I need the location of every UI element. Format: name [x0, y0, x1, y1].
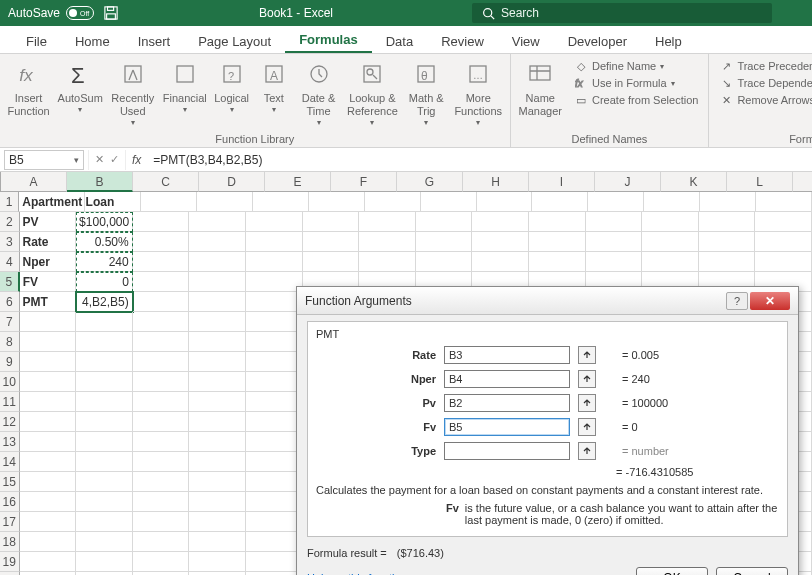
col-header-J[interactable]: J [595, 172, 661, 192]
cell-C5[interactable] [133, 272, 190, 292]
date-time-button[interactable]: Date & Time▾ [296, 56, 341, 130]
cell-B7[interactable] [76, 312, 133, 332]
cell-C2[interactable] [133, 212, 190, 232]
cancel-formula-icon[interactable]: ✕ [95, 153, 104, 166]
cell-B3[interactable]: 0.50% [76, 232, 133, 252]
row-header-2[interactable]: 2 [0, 212, 20, 232]
cell-N2[interactable] [755, 212, 812, 232]
cell-A2[interactable]: PV [20, 212, 77, 232]
cell-A18[interactable] [20, 532, 77, 552]
cell-A10[interactable] [20, 372, 77, 392]
arg-input-rate[interactable]: B3 [444, 346, 570, 364]
cell-E15[interactable] [246, 472, 303, 492]
cell-D5[interactable] [189, 272, 246, 292]
cell-D6[interactable] [189, 292, 246, 312]
row-header-19[interactable]: 19 [0, 552, 20, 572]
row-header-3[interactable]: 3 [0, 232, 20, 252]
cell-K1[interactable] [588, 192, 644, 212]
arg-input-pv[interactable]: B2 [444, 394, 570, 412]
cell-E17[interactable] [246, 512, 303, 532]
cell-J3[interactable] [529, 232, 586, 252]
tab-help[interactable]: Help [641, 30, 696, 53]
cell-D17[interactable] [189, 512, 246, 532]
cell-H1[interactable] [421, 192, 477, 212]
cell-K3[interactable] [586, 232, 643, 252]
autosum-button[interactable]: ΣAutoSum▾ [55, 56, 105, 117]
dialog-help-button[interactable]: ? [726, 292, 748, 310]
cell-M3[interactable] [699, 232, 756, 252]
cell-B12[interactable] [76, 412, 133, 432]
cell-C6[interactable] [133, 292, 190, 312]
cell-G2[interactable] [359, 212, 416, 232]
row-header-13[interactable]: 13 [0, 432, 20, 452]
cell-E9[interactable] [246, 352, 303, 372]
cell-A7[interactable] [20, 312, 77, 332]
cell-B1[interactable] [85, 192, 141, 212]
row-header-8[interactable]: 8 [0, 332, 20, 352]
cell-C8[interactable] [133, 332, 190, 352]
cell-F3[interactable] [303, 232, 360, 252]
cell-E13[interactable] [246, 432, 303, 452]
financial-button[interactable]: Financial▾ [160, 56, 209, 117]
cell-A4[interactable]: Nper [20, 252, 77, 272]
tab-file[interactable]: File [12, 30, 61, 53]
cell-L1[interactable] [644, 192, 700, 212]
row-header-16[interactable]: 16 [0, 492, 20, 512]
cell-B10[interactable] [76, 372, 133, 392]
cell-A12[interactable] [20, 412, 77, 432]
tab-review[interactable]: Review [427, 30, 498, 53]
cell-B14[interactable] [76, 452, 133, 472]
cell-E16[interactable] [246, 492, 303, 512]
use-in-formula-button[interactable]: fxUse in Formula▾ [572, 75, 700, 91]
cell-E18[interactable] [246, 532, 303, 552]
cell-E19[interactable] [246, 552, 303, 572]
collapse-dialog-icon[interactable] [578, 346, 596, 364]
cell-M2[interactable] [699, 212, 756, 232]
cell-G3[interactable] [359, 232, 416, 252]
row-header-5[interactable]: 5 [0, 272, 20, 292]
col-header-L[interactable]: L [727, 172, 793, 192]
cell-A5[interactable]: FV [20, 272, 77, 292]
cell-I1[interactable] [477, 192, 533, 212]
row-header-12[interactable]: 12 [0, 412, 20, 432]
cell-D19[interactable] [189, 552, 246, 572]
arg-input-fv[interactable]: B5 [444, 418, 570, 436]
cell-C13[interactable] [133, 432, 190, 452]
cell-A8[interactable] [20, 332, 77, 352]
cell-E8[interactable] [246, 332, 303, 352]
cell-B18[interactable] [76, 532, 133, 552]
cell-B15[interactable] [76, 472, 133, 492]
cell-C3[interactable] [133, 232, 190, 252]
cell-C9[interactable] [133, 352, 190, 372]
cell-I4[interactable] [472, 252, 529, 272]
cell-L4[interactable] [642, 252, 699, 272]
tab-formulas[interactable]: Formulas [285, 28, 372, 53]
cell-H3[interactable] [416, 232, 473, 252]
cell-D16[interactable] [189, 492, 246, 512]
formula-input[interactable]: =PMT(B3,B4,B2,B5) [147, 153, 812, 167]
lookup-button[interactable]: Lookup & Reference▾ [343, 56, 401, 130]
cell-D8[interactable] [189, 332, 246, 352]
cell-A13[interactable] [20, 432, 77, 452]
cell-E5[interactable] [246, 272, 303, 292]
cell-C10[interactable] [133, 372, 190, 392]
col-header-B[interactable]: B [67, 172, 133, 192]
cell-B13[interactable] [76, 432, 133, 452]
cell-D14[interactable] [189, 452, 246, 472]
cell-E4[interactable] [246, 252, 303, 272]
cell-G4[interactable] [359, 252, 416, 272]
cell-F2[interactable] [303, 212, 360, 232]
recently-used-button[interactable]: Recently Used▾ [107, 56, 158, 130]
fx-icon[interactable]: fx [126, 153, 147, 167]
math-trig-button[interactable]: θMath & Trig▾ [404, 56, 449, 130]
cell-A16[interactable] [20, 492, 77, 512]
col-header-M[interactable]: M [793, 172, 812, 192]
cell-A17[interactable] [20, 512, 77, 532]
ok-button[interactable]: OK [636, 567, 708, 575]
cell-J2[interactable] [529, 212, 586, 232]
col-header-E[interactable]: E [265, 172, 331, 192]
cell-N1[interactable] [756, 192, 812, 212]
col-header-H[interactable]: H [463, 172, 529, 192]
dialog-title-bar[interactable]: Function Arguments ? ✕ [297, 287, 798, 315]
cell-D10[interactable] [189, 372, 246, 392]
